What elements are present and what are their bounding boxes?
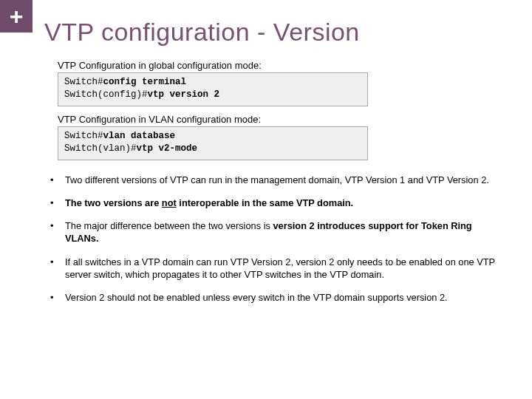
- slide-body: VTP configuration - Version VTP Configur…: [0, 0, 532, 321]
- bullet-text: The two versions are: [65, 197, 162, 208]
- code-line: Switch#vlan database: [64, 130, 361, 143]
- bullet-text: Version 2 should not be enabled unless e…: [65, 292, 448, 303]
- bullet-text-underline: not: [162, 197, 177, 208]
- list-item: If all switches in a VTP domain can run …: [44, 256, 504, 282]
- list-item: The major difference between the two ver…: [44, 219, 504, 245]
- bullet-text: If all switches in a VTP domain can run …: [65, 256, 495, 280]
- code-prompt: Switch(config)#: [64, 89, 148, 100]
- code-box-vlan: Switch#vlan database Switch(vlan)#vtp v2…: [58, 126, 368, 160]
- code-command: vtp v2-mode: [137, 143, 198, 154]
- code-prompt: Switch#: [64, 77, 103, 87]
- code-box-global: Switch#config terminal Switch(config)#vt…: [58, 72, 368, 106]
- code-prompt: Switch(vlan)#: [64, 143, 137, 154]
- section-label-vlan: VTP Configuration in VLAN configuration …: [58, 114, 510, 125]
- code-command: vlan database: [103, 131, 176, 141]
- section-label-global: VTP Configuration in global configuratio…: [58, 60, 510, 71]
- list-item: Two different versions of VTP can run in…: [44, 174, 504, 186]
- code-line: Switch#config terminal: [64, 76, 361, 89]
- code-line: Switch(config)#vtp version 2: [64, 89, 361, 101]
- bullet-text: The major difference between the two ver…: [65, 220, 273, 231]
- list-item: The two versions are not interoperable i…: [44, 197, 504, 209]
- plus-icon: +: [10, 4, 24, 28]
- code-command: config terminal: [103, 77, 187, 87]
- list-item: Version 2 should not be enabled unless e…: [44, 291, 504, 304]
- bullet-list: Two different versions of VTP can run in…: [44, 174, 510, 304]
- page-title: VTP configuration - Version: [44, 18, 510, 47]
- code-line: Switch(vlan)#vtp v2-mode: [64, 143, 361, 155]
- bullet-text: interoperable in the same VTP domain.: [177, 197, 353, 208]
- bullet-text: Two different versions of VTP can run in…: [65, 174, 489, 185]
- corner-accent: +: [0, 0, 33, 33]
- code-prompt: Switch#: [64, 131, 103, 141]
- code-command: vtp version 2: [148, 89, 220, 100]
